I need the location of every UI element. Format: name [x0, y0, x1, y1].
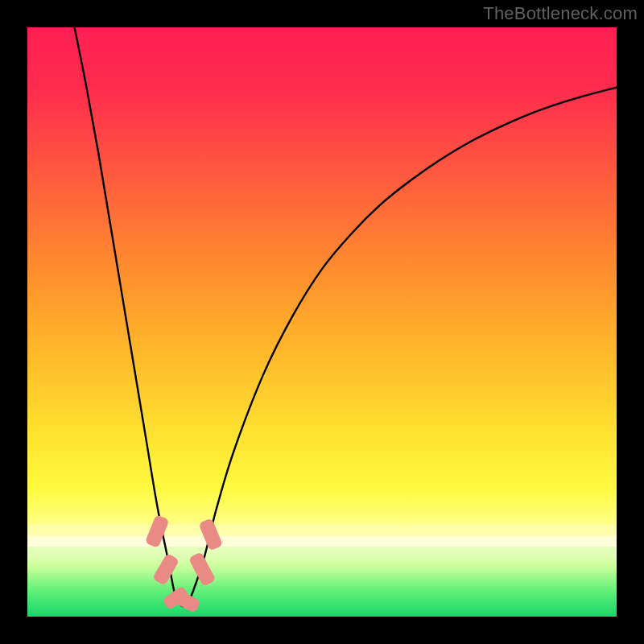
- plot-area: [27, 27, 617, 617]
- watermark-text: TheBottleneck.com: [483, 3, 638, 24]
- bottleneck-curve: [27, 27, 617, 617]
- chart-frame: TheBottleneck.com: [0, 0, 644, 644]
